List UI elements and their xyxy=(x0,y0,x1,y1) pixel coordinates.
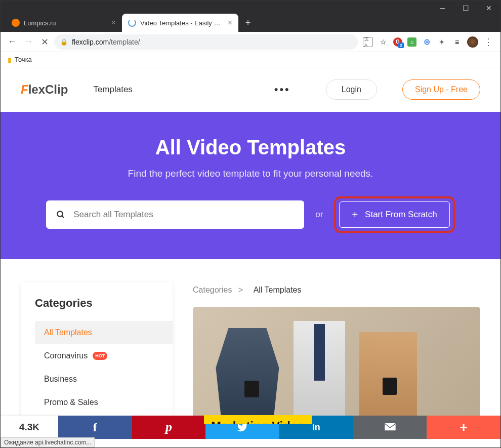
loading-spinner-icon xyxy=(128,19,136,27)
browser-menu-button[interactable]: ⋮ xyxy=(483,37,493,47)
browser-tab-0[interactable]: Lumpics.ru × xyxy=(6,14,122,32)
search-box[interactable] xyxy=(46,200,304,229)
scratch-label: Start From Scratch xyxy=(365,210,437,220)
hot-badge: HOT xyxy=(93,352,107,360)
bookmark-item[interactable]: Точка xyxy=(15,56,32,63)
svg-line-1 xyxy=(62,216,64,218)
category-label: Business xyxy=(44,375,77,384)
search-icon xyxy=(56,210,65,219)
favicon-icon xyxy=(12,19,20,27)
category-coronavirus[interactable]: Coronavirus HOT xyxy=(35,344,173,368)
forward-button[interactable]: → xyxy=(22,35,35,49)
tab-title: Lumpics.ru xyxy=(24,19,56,27)
window-maximize-button[interactable]: ☐ xyxy=(454,1,477,16)
plus-icon: + xyxy=(352,209,358,221)
breadcrumb-root[interactable]: Categories xyxy=(193,286,232,294)
category-all-templates[interactable]: All Templates xyxy=(35,321,173,344)
adblock-extension-icon[interactable]: G xyxy=(393,37,402,47)
share-pinterest-button[interactable]: p xyxy=(132,416,206,439)
share-facebook-button[interactable]: f xyxy=(58,416,132,439)
back-button[interactable]: ← xyxy=(6,35,19,49)
profile-avatar[interactable] xyxy=(467,36,478,48)
bookmarks-bar: ▮ Точка xyxy=(1,52,500,67)
sidebar-title: Categories xyxy=(35,297,173,310)
signup-button[interactable]: Sign Up - Free xyxy=(402,79,480,100)
tab-close-icon[interactable]: × xyxy=(111,18,116,27)
start-from-scratch-button[interactable]: + Start From Scratch xyxy=(339,201,449,228)
star-icon[interactable]: ☆ xyxy=(378,37,388,47)
new-tab-button[interactable]: + xyxy=(240,15,256,30)
category-label: All Templates xyxy=(44,328,92,337)
more-menu-icon[interactable]: ••• xyxy=(274,83,290,96)
url-host: flexclip.com xyxy=(72,38,109,46)
browser-status-bar: Ожидание api.livechatinc.com... xyxy=(1,437,95,447)
browser-titlebar: ─ ☐ ✕ Lumpics.ru × Video Templates - Eas… xyxy=(1,1,500,32)
hero-title: All Video Templates xyxy=(21,136,480,159)
login-button[interactable]: Login xyxy=(326,79,377,100)
window-close-button[interactable]: ✕ xyxy=(477,1,500,16)
breadcrumb-current: All Templates xyxy=(254,286,302,294)
url-path: /template/ xyxy=(109,38,140,46)
or-label: or xyxy=(315,210,323,220)
reading-list-icon[interactable]: ≡ xyxy=(452,37,462,47)
window-minimize-button[interactable]: ─ xyxy=(431,1,454,16)
logo-f: F xyxy=(21,83,28,96)
nav-templates[interactable]: Templates xyxy=(93,85,132,95)
translate-icon[interactable]: 文A xyxy=(363,37,373,47)
template-label: Marketing Video xyxy=(204,415,312,424)
breadcrumb: Categories > All Templates xyxy=(193,286,480,295)
share-count: 4.3K xyxy=(1,416,58,439)
svg-point-0 xyxy=(58,211,63,217)
tab-title: Video Templates - Easily Make Yo xyxy=(140,19,224,27)
lock-icon: 🔒 xyxy=(60,38,68,46)
share-email-button[interactable] xyxy=(353,416,427,439)
site-logo[interactable]: FlexClip xyxy=(21,83,68,97)
stop-button[interactable]: ✕ xyxy=(38,35,51,49)
browser-tab-1[interactable]: Video Templates - Easily Make Yo × xyxy=(122,14,238,32)
category-label: Promo & Sales xyxy=(44,398,98,407)
folder-icon: ▮ xyxy=(8,56,12,64)
site-header: FlexClip Templates ••• Login Sign Up - F… xyxy=(1,67,500,112)
share-more-button[interactable]: + xyxy=(427,416,500,439)
tab-close-icon[interactable]: × xyxy=(228,18,232,27)
search-input[interactable] xyxy=(73,210,294,220)
music-extension-icon[interactable]: ♫ xyxy=(407,37,416,47)
categories-sidebar: Categories All Templates Coronavirus HOT… xyxy=(21,282,173,424)
category-label: Coronavirus xyxy=(44,351,88,360)
logo-text: lexClip xyxy=(28,83,68,96)
hero-subtitle: Find the perfect video template to fit y… xyxy=(21,168,480,179)
template-card[interactable]: Marketing Video xyxy=(193,307,480,424)
extensions-icon[interactable]: ✦ xyxy=(437,37,447,47)
highlight-annotation: + Start From Scratch xyxy=(334,196,454,233)
browser-address-bar: ← → ✕ 🔒 flexclip.com/template/ 文A ☆ G ♫ … xyxy=(1,32,500,52)
globe-extension-icon[interactable]: ⊕ xyxy=(422,37,432,47)
category-promo-sales[interactable]: Promo & Sales xyxy=(35,391,173,414)
hero-section: All Video Templates Find the perfect vid… xyxy=(1,112,500,259)
breadcrumb-sep: > xyxy=(238,286,243,294)
url-input[interactable]: 🔒 flexclip.com/template/ xyxy=(54,34,358,50)
category-business[interactable]: Business xyxy=(35,368,173,391)
page-content: FlexClip Templates ••• Login Sign Up - F… xyxy=(1,67,500,424)
